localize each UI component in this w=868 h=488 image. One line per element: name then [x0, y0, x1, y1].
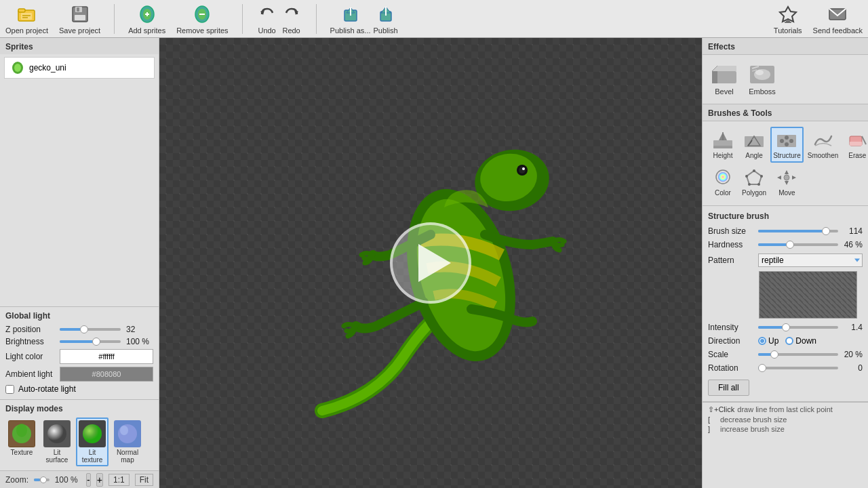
toolbar-separator-2	[242, 4, 243, 34]
auto-rotate-row: Auto-rotate light	[5, 384, 153, 394]
svg-point-62	[785, 142, 789, 146]
open-project-button[interactable]: Open project	[5, 3, 48, 35]
publish-button[interactable]: Publish	[374, 3, 398, 35]
zoom-fit-button[interactable]: Fit	[135, 474, 153, 486]
hint-text-2: increase brush size	[720, 425, 785, 433]
display-mode-texture[interactable]: Texture	[5, 418, 38, 466]
tutorials-label: Tutorials	[774, 26, 802, 35]
display-mode-lit-surface-icon	[43, 420, 71, 447]
fill-all-button[interactable]: Fill all	[708, 380, 749, 396]
display-mode-lit-texture[interactable]: Lit texture	[76, 418, 108, 466]
play-triangle-icon	[418, 244, 451, 282]
brush-height[interactable]: Height	[708, 127, 738, 163]
pattern-select[interactable]: reptile	[758, 253, 863, 267]
scale-thumb[interactable]	[770, 350, 778, 359]
save-project-button[interactable]: Save project	[59, 3, 100, 35]
brush-angle[interactable]: Angle	[739, 127, 769, 163]
direction-down-radio[interactable]	[785, 337, 793, 345]
sprite-item[interactable]: gecko_uni	[4, 57, 155, 79]
emboss-label: Emboss	[749, 87, 776, 96]
svg-point-72	[748, 183, 751, 186]
erase-icon	[845, 130, 868, 150]
tutorials-button[interactable]: Tutorials	[774, 3, 802, 35]
svg-rect-56	[713, 146, 732, 148]
direction-down-option[interactable]: Down	[785, 336, 816, 346]
redo-button[interactable]: Redo	[281, 3, 302, 35]
height-icon	[711, 130, 735, 150]
brush-structure[interactable]: Structure	[770, 127, 804, 163]
light-color-label: Light color	[5, 352, 57, 361]
emboss-icon	[749, 63, 776, 86]
zoom-plus-button[interactable]: +	[96, 473, 103, 487]
zoom-slider-thumb[interactable]	[40, 476, 47, 483]
hardness-slider	[758, 243, 838, 246]
pattern-row: Pattern reptile	[708, 253, 863, 267]
svg-point-29	[14, 64, 21, 72]
display-modes-section: Display modes Texture	[0, 399, 159, 470]
canvas-area	[159, 38, 702, 488]
svg-rect-1	[18, 9, 25, 12]
bevel-button[interactable]: Bevel	[708, 60, 741, 98]
brightness-thumb[interactable]	[92, 338, 100, 346]
scale-slider	[758, 353, 838, 356]
play-button[interactable]	[390, 222, 471, 304]
direction-up-radio[interactable]	[758, 337, 766, 345]
brush-size-thumb[interactable]	[822, 227, 830, 235]
z-position-thumb[interactable]	[80, 325, 88, 333]
light-color-row: Light color #ffffff	[5, 349, 153, 364]
light-color-value: #ffffff	[98, 352, 114, 361]
intensity-thumb[interactable]	[782, 323, 790, 331]
undo-button[interactable]: Undo	[256, 3, 278, 35]
zoom-slider-track	[34, 479, 50, 481]
emboss-button[interactable]: Emboss	[746, 60, 778, 98]
right-panel: Effects Bevel	[702, 38, 868, 488]
hardness-thumb[interactable]	[786, 241, 794, 249]
bevel-icon	[711, 63, 738, 86]
toolbar-separator-1	[114, 4, 115, 34]
send-feedback-button[interactable]: Send feedback	[813, 3, 863, 35]
scale-label: Scale	[708, 350, 755, 359]
save-project-label: Save project	[59, 26, 100, 35]
brush-size-value: 114	[841, 226, 863, 236]
rotation-value: 0	[841, 363, 863, 373]
intensity-value: 1.4	[841, 323, 863, 332]
auto-rotate-checkbox[interactable]	[5, 385, 14, 394]
hardness-row: Hardness 46 %	[708, 240, 863, 249]
brightness-row: Brightness 100 %	[5, 337, 153, 346]
open-project-icon	[16, 3, 37, 25]
display-mode-normal-map[interactable]: Normal map	[111, 418, 144, 466]
polygon-icon	[742, 167, 766, 188]
display-mode-lit-texture-icon	[79, 420, 106, 447]
svg-rect-2	[21, 13, 32, 20]
intensity-row: Intensity 1.4	[708, 323, 863, 332]
light-color-box[interactable]: #ffffff	[60, 349, 153, 364]
scale-row: Scale 20 %	[708, 350, 863, 359]
zoom-minus-button[interactable]: -	[86, 473, 91, 487]
display-mode-texture-label: Texture	[11, 449, 33, 456]
direction-row: Direction Up Down	[708, 336, 863, 346]
publish-as-button[interactable]: Publish as...	[330, 3, 371, 35]
brush-move[interactable]: Move	[770, 164, 804, 200]
brush-color[interactable]: Color	[708, 164, 738, 200]
smoothen-icon	[811, 130, 835, 150]
ambient-light-box[interactable]: #808080	[60, 367, 153, 382]
zoom-label: Zoom:	[5, 475, 28, 485]
rotation-thumb[interactable]	[758, 364, 766, 372]
brush-smoothen[interactable]: Smoothen	[805, 127, 842, 163]
remove-sprites-button[interactable]: Remove sprites	[176, 3, 228, 35]
direction-up-option[interactable]: Up	[758, 336, 778, 346]
add-sprites-button[interactable]: Add sprites	[128, 3, 165, 35]
display-mode-lit-surface[interactable]: Lit surface	[41, 418, 73, 466]
brightness-fill	[60, 340, 96, 343]
sprites-section: Sprites gecko_uni	[0, 38, 159, 306]
hint-text-1: decrease brush size	[720, 415, 787, 424]
canvas-content[interactable]	[159, 38, 702, 488]
svg-point-67	[718, 172, 728, 182]
hint-key-2: ]	[708, 425, 717, 433]
svg-point-59	[780, 139, 784, 143]
brush-polygon[interactable]: Polygon	[739, 164, 769, 200]
zoom-ratio-button[interactable]: 1:1	[108, 474, 130, 486]
brush-erase[interactable]: Erase	[842, 127, 868, 163]
rotation-label: Rotation	[708, 363, 755, 373]
rotation-slider	[758, 367, 838, 369]
